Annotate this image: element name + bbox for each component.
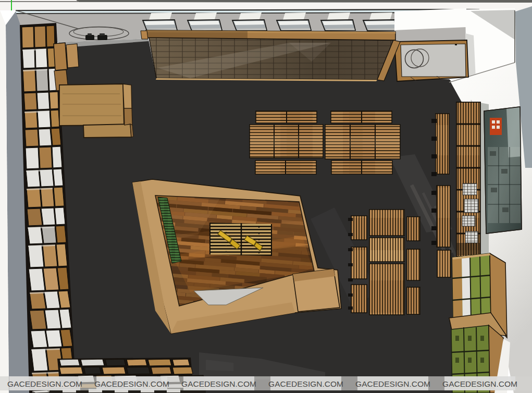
svg-text:GACEDESIGN.COM: GACEDESIGN.COM xyxy=(7,379,82,388)
svg-text:GACEDESIGN.COM: GACEDESIGN.COM xyxy=(442,379,517,388)
svg-text:GACEDESIGN.COM: GACEDESIGN.COM xyxy=(268,379,343,388)
svg-text:GACEDESIGN.COM: GACEDESIGN.COM xyxy=(355,379,430,388)
svg-text:GACEDESIGN.COM: GACEDESIGN.COM xyxy=(181,379,256,388)
svg-text:GACEDESIGN.COM: GACEDESIGN.COM xyxy=(94,379,169,388)
